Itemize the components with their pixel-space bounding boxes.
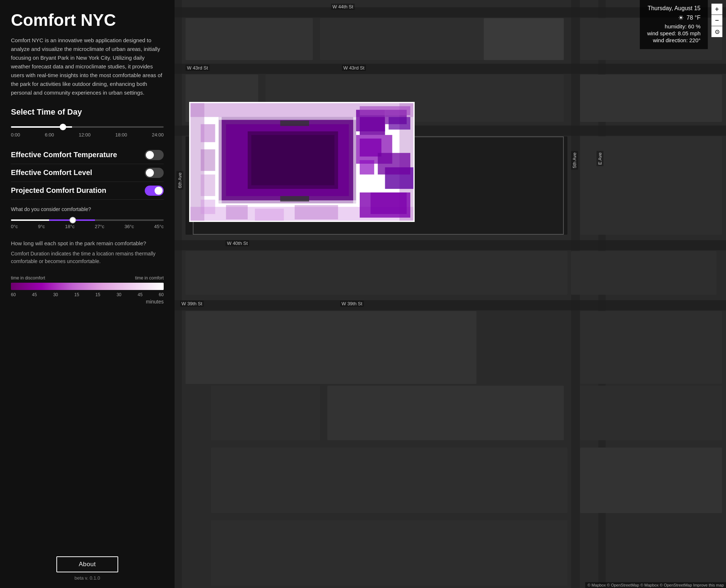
- svg-rect-6: [175, 0, 182, 588]
- locate-button[interactable]: ⊙: [711, 26, 722, 37]
- time-section-label: Select Time of Day: [11, 107, 164, 117]
- weather-box: Thursday, August 15 ☀ 78 °F humidity: 60…: [640, 0, 708, 49]
- comfort-temp-4: 36°c: [124, 224, 134, 229]
- about-section: About beta v. 0.1.0: [11, 545, 164, 581]
- toggle-thumb-projected: [155, 187, 163, 195]
- legend-section: time in discomfort time in comfort 60 45…: [11, 275, 164, 305]
- legend-num-5: 30: [116, 292, 121, 297]
- comfort-duration-info: Comfort Duration indicates the time a lo…: [11, 250, 164, 265]
- left-panel: Comfort NYC Comfort NYC is an innovative…: [0, 0, 175, 588]
- svg-rect-18: [484, 18, 564, 60]
- svg-rect-48: [353, 117, 356, 203]
- time-label-0: 0:00: [11, 132, 20, 138]
- comfort-temp-2: 18°c: [65, 224, 75, 229]
- svg-rect-27: [211, 386, 320, 440]
- svg-rect-60: [360, 117, 385, 135]
- svg-rect-61: [388, 117, 410, 130]
- svg-rect-28: [327, 386, 564, 440]
- svg-rect-26: [193, 234, 564, 235]
- toggle-row-effective-comfort-temp: Effective Comfort Temperature: [11, 146, 164, 164]
- legend-labels: time in discomfort time in comfort: [11, 275, 164, 281]
- comfort-slider-section: What do you consider comfortable? 0°c 9°…: [11, 206, 164, 229]
- time-slider-wrapper: [11, 123, 164, 129]
- effective-comfort-level-toggle[interactable]: [145, 168, 164, 178]
- legend-label-left: time in discomfort: [11, 275, 45, 281]
- projected-comfort-toggle[interactable]: [145, 186, 164, 196]
- comfort-slider-label: What do you consider comfortable?: [11, 206, 164, 212]
- svg-rect-24: [563, 136, 564, 235]
- map-area[interactable]: W 44th St W 43rd St W 43rd St W 42nd St …: [175, 0, 726, 588]
- time-of-day-section: Select Time of Day 0:00 6:00 12:00 18:00…: [11, 107, 164, 138]
- time-label-3: 18:00: [115, 132, 127, 138]
- comfort-duration-question: How long will each spot in the park rema…: [11, 240, 164, 246]
- comfort-temp-5: 45°c: [154, 224, 164, 229]
- svg-rect-53: [201, 175, 215, 196]
- svg-rect-52: [201, 149, 215, 171]
- svg-rect-21: [571, 251, 717, 295]
- svg-rect-15: [186, 251, 567, 295]
- time-slider[interactable]: [11, 126, 164, 128]
- comfort-temp-0: 0°c: [11, 224, 18, 229]
- legend-num-6: 45: [137, 292, 142, 297]
- time-label-2: 12:00: [79, 132, 91, 138]
- toggle-row-projected-comfort: Projected Comfort Duration: [11, 182, 164, 200]
- legend-label-right: time in comfort: [135, 275, 164, 281]
- svg-rect-9: [186, 18, 313, 60]
- comfort-temp-1: 9°c: [38, 224, 45, 229]
- svg-rect-59: [280, 120, 309, 126]
- svg-rect-63: [360, 160, 374, 175]
- app-description: Comfort NYC is an innovative web applica…: [11, 36, 164, 97]
- svg-rect-32: [211, 520, 567, 586]
- legend-num-2: 30: [53, 292, 58, 297]
- weather-temp: 78 °F: [687, 15, 701, 21]
- time-label-1: 6:00: [45, 132, 54, 138]
- weather-humidity: humidity: 60 %: [647, 23, 701, 29]
- svg-rect-56: [255, 208, 284, 221]
- zoom-in-button[interactable]: +: [711, 4, 722, 15]
- svg-rect-57: [295, 205, 338, 220]
- svg-rect-2: [175, 64, 726, 74]
- legend-num-4: 15: [95, 292, 100, 297]
- beta-label: beta v. 0.1.0: [75, 575, 100, 581]
- comfort-temp-labels: 0°c 9°c 18°c 27°c 36°c 45°c: [11, 224, 164, 229]
- legend-num-3: 15: [74, 292, 79, 297]
- map-attribution: © Mapbox © OpenStreetMap © Mapbox © Open…: [585, 582, 726, 588]
- effective-comfort-temp-toggle[interactable]: [145, 150, 164, 160]
- svg-rect-30: [211, 448, 567, 513]
- map-background: [175, 0, 726, 588]
- svg-rect-55: [226, 205, 248, 220]
- weather-temp-row: ☀ 78 °F: [647, 14, 701, 22]
- effective-comfort-temp-label: Effective Comfort Temperature: [11, 151, 117, 159]
- effective-comfort-level-label: Effective Comfort Level: [11, 168, 92, 177]
- svg-rect-65: [360, 106, 410, 115]
- map-controls: + − ⊙: [711, 4, 722, 37]
- svg-rect-47: [219, 117, 222, 203]
- legend-unit: minutes: [11, 299, 164, 305]
- legend-num-7: 60: [159, 292, 164, 297]
- time-labels: 0:00 6:00 12:00 18:00 24:00: [11, 132, 164, 138]
- svg-rect-20: [580, 75, 722, 122]
- toggle-row-effective-comfort-level: Effective Comfort Level: [11, 164, 164, 182]
- svg-rect-29: [580, 386, 722, 440]
- projected-comfort-label: Projected Comfort Duration: [11, 186, 106, 195]
- time-label-4: 24:00: [152, 132, 164, 138]
- svg-rect-54: [201, 200, 215, 214]
- weather-date: Thursday, August 15: [647, 5, 701, 12]
- svg-rect-51: [201, 124, 215, 142]
- svg-rect-5: [175, 300, 726, 310]
- svg-rect-16: [186, 311, 476, 384]
- svg-rect-58: [280, 196, 309, 202]
- weather-wind-direction: wind direction: 220°: [647, 37, 701, 43]
- svg-rect-31: [580, 448, 722, 513]
- about-button[interactable]: About: [56, 556, 119, 572]
- legend-numbers: 60 45 30 15 15 30 45 60: [11, 292, 164, 297]
- heatmap-overlay: [189, 102, 415, 222]
- comfort-range-slider[interactable]: [11, 219, 164, 221]
- toggle-thumb-level: [146, 169, 154, 177]
- legend-gradient-bar: [11, 283, 164, 290]
- weather-wind-speed: wind speed: 8.05 mph: [647, 30, 701, 36]
- sun-icon: ☀: [678, 14, 684, 22]
- svg-rect-66: [360, 192, 410, 218]
- zoom-out-button[interactable]: −: [711, 15, 722, 26]
- app-title: Comfort NYC: [11, 11, 164, 29]
